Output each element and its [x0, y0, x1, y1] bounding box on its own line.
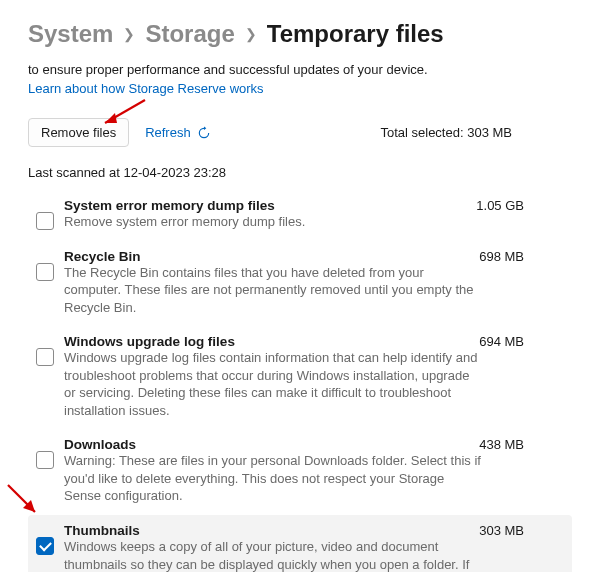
- list-item[interactable]: Downloads 438 MB Warning: These are file…: [28, 429, 572, 515]
- item-size: 694 MB: [479, 334, 564, 349]
- item-size: 303 MB: [479, 523, 564, 538]
- list-item[interactable]: System error memory dump files 1.05 GB R…: [28, 190, 572, 241]
- refresh-icon: [197, 126, 211, 140]
- item-title: Windows upgrade log files: [64, 334, 235, 349]
- item-size: 438 MB: [479, 437, 564, 452]
- remove-files-button[interactable]: Remove files: [28, 118, 129, 147]
- item-description: Windows keeps a copy of all of your pict…: [64, 538, 564, 572]
- checkbox[interactable]: [36, 212, 54, 230]
- file-list: System error memory dump files 1.05 GB R…: [28, 190, 572, 572]
- item-title: Downloads: [64, 437, 136, 452]
- item-size: 1.05 GB: [476, 198, 564, 213]
- chevron-right-icon: ❯: [245, 26, 257, 42]
- item-size: 698 MB: [479, 249, 564, 264]
- checkbox[interactable]: [36, 537, 54, 555]
- breadcrumb: System ❯ Storage ❯ Temporary files: [28, 20, 572, 48]
- checkbox[interactable]: [36, 451, 54, 469]
- checkbox[interactable]: [36, 348, 54, 366]
- list-item[interactable]: Thumbnails 303 MB Windows keeps a copy o…: [28, 515, 572, 572]
- list-item[interactable]: Windows upgrade log files 694 MB Windows…: [28, 326, 572, 429]
- item-title: System error memory dump files: [64, 198, 275, 213]
- truncated-description: to ensure proper performance and success…: [28, 62, 572, 77]
- item-description: Windows upgrade log files contain inform…: [64, 349, 564, 419]
- item-title: Recycle Bin: [64, 249, 141, 264]
- breadcrumb-current: Temporary files: [267, 20, 444, 48]
- item-description: Warning: These are files in your persona…: [64, 452, 564, 505]
- last-scanned: Last scanned at 12-04-2023 23:28: [28, 165, 572, 180]
- refresh-button[interactable]: Refresh: [145, 125, 211, 140]
- item-title: Thumbnails: [64, 523, 140, 538]
- list-item[interactable]: Recycle Bin 698 MB The Recycle Bin conta…: [28, 241, 572, 327]
- action-row: Remove files Refresh Total selected: 303…: [28, 118, 572, 147]
- checkbox[interactable]: [36, 263, 54, 281]
- chevron-right-icon: ❯: [123, 26, 135, 42]
- item-description: Remove system error memory dump files.: [64, 213, 564, 231]
- learn-link[interactable]: Learn about how Storage Reserve works: [28, 81, 264, 96]
- breadcrumb-system[interactable]: System: [28, 20, 113, 48]
- item-description: The Recycle Bin contains files that you …: [64, 264, 564, 317]
- refresh-label: Refresh: [145, 125, 191, 140]
- breadcrumb-storage[interactable]: Storage: [145, 20, 234, 48]
- total-selected: Total selected: 303 MB: [380, 125, 572, 140]
